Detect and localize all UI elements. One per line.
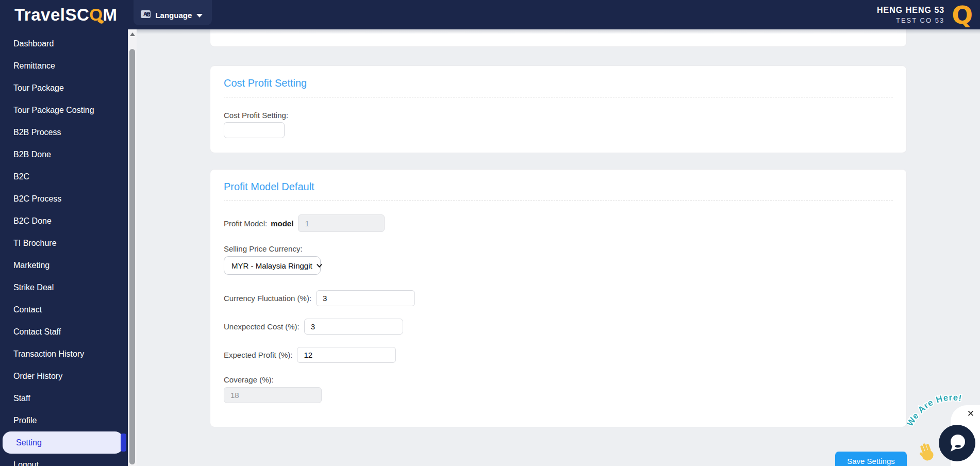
sidebar-item-b2b-process[interactable]: B2B Process [0, 121, 128, 143]
selling-price-currency-select[interactable]: MYR - Malaysia Ringgit [224, 256, 321, 275]
sidebar-scrollbar[interactable] [128, 29, 137, 466]
sidebar-item-transaction-history[interactable]: Transaction History [0, 343, 128, 365]
logo-letter-o: O [89, 5, 103, 24]
cost-profit-setting-title: Cost Profit Setting [224, 77, 893, 89]
sidebar-item-tour-package-costing[interactable]: Tour Package Costing [0, 99, 128, 121]
sidebar-item-contact[interactable]: Contact [0, 298, 128, 321]
sidebar-item-label: Staff [13, 394, 30, 403]
sidebar-item-label: Tour Package [13, 84, 64, 93]
unexpected-cost-input[interactable] [304, 319, 403, 335]
sidebar-item-b2b-done[interactable]: B2B Done [0, 143, 128, 165]
chevron-down-icon [317, 263, 322, 269]
caret-down-icon [196, 14, 203, 18]
translate-icon: A 文 [141, 10, 151, 20]
selling-price-currency-value: MYR - Malaysia Ringgit [231, 261, 312, 270]
sidebar-item-label: B2C Process [13, 194, 61, 204]
sidebar-item-label: Setting [16, 438, 42, 447]
profit-model-default-card: Profit Model Default Profit Model: model… [210, 169, 907, 427]
sidebar-item-label: B2C Done [13, 217, 52, 226]
currency-fluctuation-input[interactable] [316, 290, 415, 306]
sidebar-item-b2c-process[interactable]: B2C Process [0, 188, 128, 210]
sidebar-item-contact-staff[interactable]: Contact Staff [0, 321, 128, 343]
sidebar-item-setting[interactable]: Setting [3, 431, 123, 454]
profit-model-default-title: Profit Model Default [224, 181, 893, 193]
scrollbar-up-arrow-icon[interactable] [128, 29, 137, 39]
sidebar-item-strike-deal[interactable]: Strike Deal [0, 276, 128, 298]
cost-profit-setting-card: Cost Profit Setting Cost Profit Setting: [210, 65, 907, 153]
sidebar-item-label: Marketing [13, 261, 49, 270]
cost-profit-setting-input[interactable] [224, 122, 285, 138]
app-logo: TravelSCOM [14, 5, 117, 25]
sidebar-item-label: TI Brochure [13, 239, 57, 248]
profit-model-label: Profit Model: [224, 219, 267, 228]
logo-text-prefix: TravelSC [14, 5, 89, 24]
chat-launcher-button[interactable] [939, 425, 975, 461]
sidebar-item-label: B2C [13, 172, 29, 181]
sidebar-item-order-history[interactable]: Order History [0, 365, 128, 387]
cost-profit-setting-label: Cost Profit Setting: [224, 111, 893, 120]
language-dropdown-button[interactable]: A 文 Language [134, 0, 212, 25]
avatar[interactable]: Q [952, 3, 973, 27]
sidebar-item-label: Tour Package Costing [13, 106, 94, 115]
language-label: Language [155, 11, 192, 20]
dashed-divider [224, 201, 893, 201]
dashed-divider [224, 97, 893, 97]
sidebar-item-profile[interactable]: Profile [0, 409, 128, 431]
main-content: Cost Profit Setting Cost Profit Setting:… [137, 29, 980, 466]
selling-price-currency-label: Selling Price Currency: [224, 244, 893, 253]
sidebar-item-staff[interactable]: Staff [0, 387, 128, 409]
coverage-label: Coverage (%): [224, 375, 893, 384]
sidebar-item-label: Contact [13, 305, 42, 314]
sidebar-item-label: B2B Process [13, 128, 61, 137]
speech-bubble-icon [947, 433, 968, 454]
company-name: TEST CO 53 [877, 16, 944, 24]
profit-model-input [298, 214, 385, 232]
sidebar-item-label: B2B Done [13, 150, 51, 159]
user-info: HENG HENG 53 TEST CO 53 [877, 6, 944, 24]
chat-close-icon[interactable]: ✕ [967, 409, 974, 418]
svg-text:文: 文 [147, 12, 151, 16]
profit-model-name: model [271, 219, 293, 228]
scrollbar-thumb[interactable] [129, 49, 135, 464]
unexpected-cost-label: Unexpected Cost (%): [224, 322, 300, 331]
sidebar-nav: Dashboard Remittance Tour Package Tour P… [0, 29, 128, 466]
sidebar-item-label: Order History [13, 372, 62, 381]
sidebar-item-ti-brochure[interactable]: TI Brochure [0, 232, 128, 254]
sidebar-item-label: Logout [13, 460, 39, 466]
expected-profit-input[interactable] [297, 347, 396, 363]
logo-text-suffix: M [103, 5, 117, 24]
sidebar-item-label: Transaction History [13, 350, 84, 359]
coverage-input [224, 387, 322, 403]
sidebar-item-remittance[interactable]: Remittance [0, 55, 128, 77]
sidebar-item-label: Dashboard [13, 39, 54, 48]
user-name: HENG HENG 53 [877, 6, 944, 15]
top-navbar: TravelSCOM A 文 Language HENG HENG 53 TES… [0, 0, 980, 29]
sidebar-item-label: Profile [13, 416, 37, 425]
expected-profit-label: Expected Profit (%): [224, 351, 292, 359]
sidebar-item-label: Contact Staff [13, 327, 61, 337]
sidebar-item-b2c-done[interactable]: B2C Done [0, 210, 128, 232]
sidebar-item-label: Remittance [13, 61, 55, 71]
sidebar-item-dashboard[interactable]: Dashboard [0, 32, 128, 55]
save-settings-button[interactable]: Save Settings [835, 452, 907, 466]
sidebar-item-logout[interactable]: Logout [0, 454, 128, 466]
sidebar-item-b2c[interactable]: B2C [0, 165, 128, 188]
currency-fluctuation-label: Currency Fluctuation (%): [224, 294, 311, 303]
sidebar-item-label: Strike Deal [13, 283, 54, 292]
sidebar-item-marketing[interactable]: Marketing [0, 254, 128, 276]
previous-settings-card-partial [210, 29, 907, 47]
sidebar-item-tour-package[interactable]: Tour Package [0, 77, 128, 99]
